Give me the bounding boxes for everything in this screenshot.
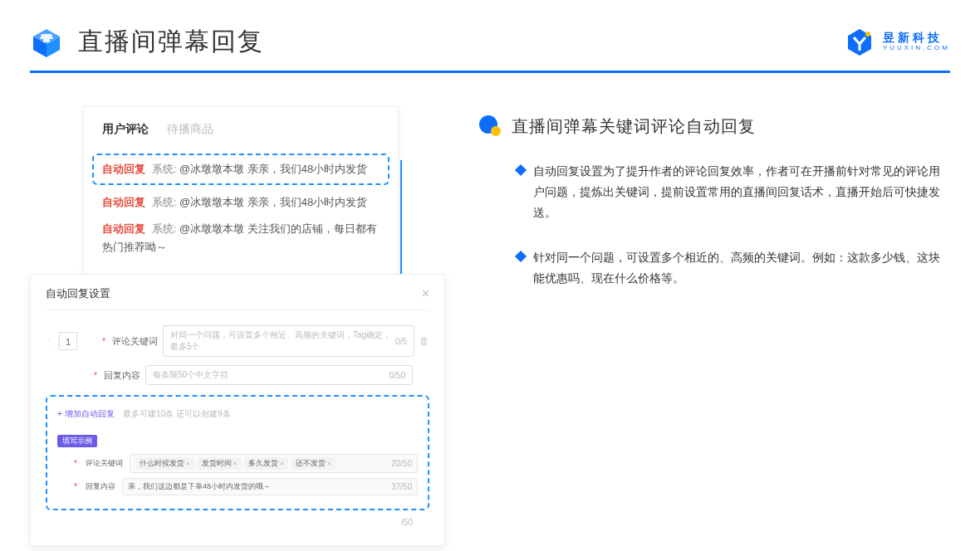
comment-line: 自动回复 系统: @冰墩墩本墩 亲亲，我们48小时内发货 [102,160,380,178]
content-placeholder: 每条限50个中文字符 [153,369,228,381]
bullet-row: 自动回复设置为了提升作者的评论回复效率，作者可在开播前针对常见的评论用户问题，提… [478,161,950,224]
required-icon: * [94,371,97,380]
comments-card: 用户评论 待播商品 自动回复 系统: @冰墩墩本墩 亲亲，我们48小时内发货 自… [83,106,399,290]
content-label: 回复内容 [104,369,140,382]
highlighted-comment: 自动回复 系统: @冰墩墩本墩 亲亲，我们48小时内发货 [92,154,390,185]
keyword-label: 评论关键词 [112,335,158,348]
system-tag: 系统: [152,222,177,235]
settings-header: 自动回复设置 × [46,286,429,310]
close-icon[interactable]: × [422,286,429,301]
tabs: 用户评论 待播商品 [102,122,380,140]
example-content-input[interactable]: 亲，我们这边都是下单48小时内发货的哦～ 37/50 [122,478,418,495]
example-block: + 增加自动回复 最多可建10条 还可以创建9条 填写示例 * 评论关键词 什么… [46,395,429,510]
example-badge: 填写示例 [57,435,97,447]
keyword-row: ⋮⋮ 1 * 评论关键词 对同一个问题，可设置多个相近、高频的关键词，Tag确定… [46,325,429,357]
auto-reply-tag: 自动回复 [102,222,145,235]
diamond-icon [515,250,527,261]
comment-line: 自动回复 系统: @冰墩墩本墩 关注我们的店铺，每日都有热门推荐呦～ [102,220,380,256]
required-icon: * [102,337,105,346]
brand-domain: YUUXIN.COM [883,45,950,52]
add-auto-reply-link[interactable]: + 增加自动回复 [57,408,115,420]
tag-chip[interactable]: 还不发货× [292,457,336,470]
brand-icon [845,27,875,57]
example-keyword-counter: 20/50 [391,459,412,468]
right-column: 直播间弹幕关键词评论自动回复 自动回复设置为了提升作者的评论回复效率，作者可在开… [478,106,950,546]
comment-line: 自动回复 系统: @冰墩墩本墩 亲亲，我们48小时内发货 [102,193,380,212]
bullet-text: 针对同一个问题，可设置多个相近的、高频的关键词。例如：这款多少钱、这块能优惠吗、… [533,247,950,289]
tag-chip[interactable]: 什么时候发货× [135,457,194,470]
section-head: 直播间弹幕关键词评论自动回复 [478,115,950,138]
chat-bubble-icon [478,115,502,138]
system-tag: 系统: [152,196,177,208]
content-row: * 回复内容 每条限50个中文字符 0/50 [46,365,429,385]
section-title: 直播间弹幕关键词评论自动回复 [512,115,756,138]
content: 用户评论 待播商品 自动回复 系统: @冰墩墩本墩 亲亲，我们48小时内发货 自… [0,73,980,546]
required-icon: * [74,459,77,468]
example-keyword-label: 评论关键词 [86,458,123,469]
keyword-input[interactable]: 对同一个问题，可设置多个相近、高频的关键词，Tag确定，最多5个 0/5 [163,325,414,357]
trash-icon[interactable]: 🗑 [419,335,429,347]
tab-user-comments[interactable]: 用户评论 [102,122,149,140]
example-content-label: 回复内容 [86,481,115,492]
example-content-row: * 回复内容 亲，我们这边都是下单48小时内发货的哦～ 37/50 [57,478,418,495]
header: 直播间弹幕回复 昱新科技 YUUXIN.COM [0,0,980,71]
auto-reply-tag: 自动回复 [102,163,145,175]
left-column: 用户评论 待播商品 自动回复 系统: @冰墩墩本墩 亲亲，我们48小时内发货 自… [30,106,445,546]
example-content-counter: 37/50 [391,482,412,491]
keyword-counter: 0/5 [395,337,407,346]
brand-block: 昱新科技 YUUXIN.COM [845,27,950,57]
tag-chip[interactable]: 发货时间× [198,457,242,470]
bullet-row: 针对同一个问题，可设置多个相近的、高频的关键词。例如：这款多少钱、这块能优惠吗、… [478,247,950,289]
brand-text: 昱新科技 YUUXIN.COM [883,32,950,51]
settings-title: 自动回复设置 [46,286,110,301]
content-counter: 0/50 [390,371,405,380]
keyword-placeholder: 对同一个问题，可设置多个相近、高频的关键词，Tag确定，最多5个 [170,329,395,353]
order-number: 1 [59,332,77,350]
page-title: 直播间弹幕回复 [78,25,264,59]
auto-reply-tag: 自动回复 [102,196,145,208]
example-keyword-input[interactable]: 什么时候发货× 发货时间× 多久发货× 还不发货× 20/50 [130,454,418,473]
diamond-icon [515,164,527,176]
tab-pending-goods[interactable]: 待播商品 [167,122,213,140]
settings-card: 自动回复设置 × ⋮⋮ 1 * 评论关键词 对同一个问题，可设置多个相近、高频的… [30,274,445,546]
add-hint: 最多可建10条 还可以创建9条 [123,409,230,418]
comment-text: @冰墩墩本墩 亲亲，我们48小时内发货 [179,196,367,208]
brand-name: 昱新科技 [883,32,950,44]
cube-icon [30,26,63,59]
content-input[interactable]: 每条限50个中文字符 0/50 [145,365,413,385]
example-content-text: 亲，我们这边都是下单48小时内发货的哦～ [128,481,388,492]
comment-text: @冰墩墩本墩 亲亲，我们48小时内发货 [179,163,367,175]
header-left: 直播间弹幕回复 [30,25,264,59]
svg-point-0 [865,32,870,37]
drag-handle-icon[interactable]: ⋮⋮ [46,337,54,346]
footer-counter: /50 [401,518,413,527]
required-icon: * [74,482,77,491]
example-keyword-row: * 评论关键词 什么时候发货× 发货时间× 多久发货× 还不发货× 20/50 [57,454,418,473]
tag-chip[interactable]: 多久发货× [244,457,288,470]
svg-point-2 [491,126,501,136]
system-tag: 系统: [152,163,177,175]
bullet-text: 自动回复设置为了提升作者的评论回复效率，作者可在开播前针对常见的评论用户问题，提… [533,161,950,224]
